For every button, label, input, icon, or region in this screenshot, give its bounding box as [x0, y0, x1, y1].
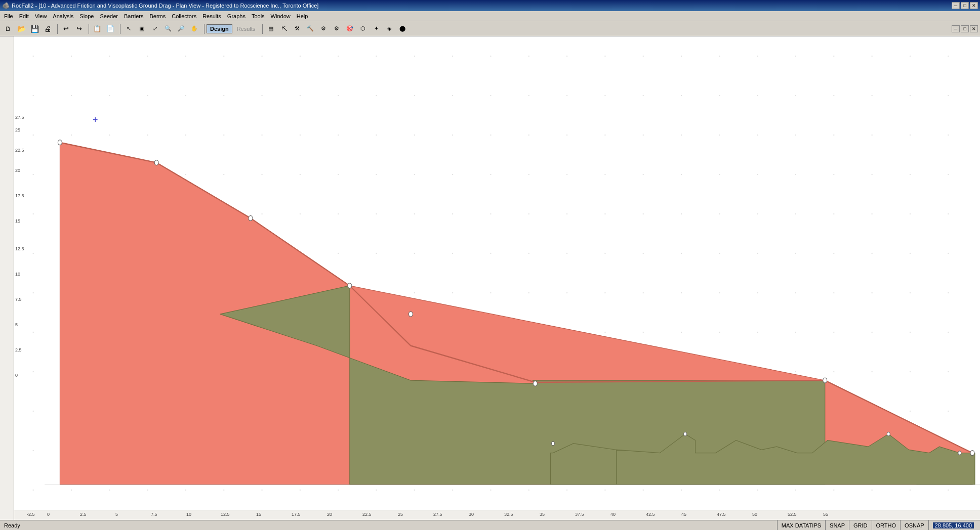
x-tick-20: 20	[327, 512, 332, 517]
sub-close[interactable]: ✕	[970, 25, 978, 32]
print-button[interactable]: 🖨	[42, 23, 54, 35]
x-tick-45: 45	[681, 512, 686, 517]
view-split-button[interactable]: ▣	[136, 23, 148, 35]
open-button[interactable]: 📂	[15, 23, 27, 35]
x-tick-10: 10	[186, 512, 191, 517]
new-button[interactable]: 🗋	[2, 23, 14, 35]
zoom-out-button[interactable]: 🔎	[175, 23, 187, 35]
y-tick-125: 12.5	[15, 246, 24, 251]
rock-tool-9[interactable]: ◈	[383, 23, 395, 35]
menu-item-file[interactable]: File	[1, 12, 16, 20]
rock-tool-5[interactable]: ⚙	[331, 23, 343, 35]
results-button[interactable]: Results	[233, 24, 259, 33]
rock-tool-6[interactable]: 🎯	[344, 23, 356, 35]
x-tick-475: 47.5	[717, 512, 726, 517]
x-tick-40: 40	[610, 512, 616, 517]
menu-item-graphs[interactable]: Graphs	[224, 12, 249, 20]
menu-item-slope[interactable]: Slope	[76, 12, 97, 20]
table-button[interactable]: ▤	[265, 23, 277, 35]
zoom-in-button[interactable]: 🔍	[162, 23, 174, 35]
status-ortho: ORTHO	[872, 520, 901, 530]
menu-item-tools[interactable]: Tools	[249, 12, 268, 20]
rock-tool-7[interactable]: ⬡	[357, 23, 369, 35]
x-tick-5: 5	[115, 512, 118, 517]
y-tick-25b: 2.5	[15, 347, 22, 352]
canvas-area[interactable]: +	[14, 36, 980, 510]
x-tick-minus25: -2.5	[27, 512, 35, 517]
title-bar-text: RocFall2 - [10 - Advanced Friction and V…	[12, 3, 318, 9]
title-bar-buttons: ─ □ ✕	[952, 2, 978, 9]
x-tick-25b: 25	[398, 512, 403, 517]
berm-point-4[interactable]	[958, 451, 961, 455]
minimize-button[interactable]: ─	[952, 2, 960, 9]
rock-tool-3[interactable]: 🔨	[304, 23, 316, 35]
control-point-4[interactable]	[348, 283, 352, 288]
redo-button[interactable]: ↪	[73, 23, 85, 35]
view-extents-button[interactable]: ⤢	[149, 23, 161, 35]
y-tick-75: 7.5	[15, 297, 22, 302]
y-tick-275: 27.5	[15, 115, 24, 120]
menu-item-view[interactable]: View	[32, 12, 50, 20]
sub-minimize[interactable]: ─	[952, 25, 960, 32]
rock-tool-10[interactable]: ⬤	[396, 23, 409, 35]
berm-point-3[interactable]	[887, 432, 890, 435]
x-tick-325: 32.5	[504, 512, 513, 517]
control-point-5[interactable]	[409, 312, 413, 317]
control-point-8[interactable]	[970, 451, 974, 456]
menu-item-help[interactable]: Help	[294, 12, 311, 20]
y-tick-20: 20	[15, 168, 20, 173]
y-tick-225: 22.5	[15, 148, 24, 153]
status-coordinates: 28.805, 16.400	[928, 520, 978, 530]
menu-item-seeder[interactable]: Seeder	[97, 12, 120, 20]
toolbar-sep-3	[118, 24, 120, 34]
x-tick-25: 2.5	[80, 512, 87, 517]
rock-tool-2[interactable]: ⚒	[291, 23, 303, 35]
paste-button[interactable]: 📄	[104, 23, 116, 35]
select-button[interactable]: ↖	[123, 23, 135, 35]
status-grid: GRID	[849, 520, 872, 530]
y-ruler	[0, 36, 14, 520]
undo-button[interactable]: ↩	[60, 23, 72, 35]
rock-tool-8[interactable]: ✦	[370, 23, 382, 35]
x-tick-55: 55	[823, 512, 828, 517]
y-tick-0: 0	[15, 373, 18, 378]
x-tick-15: 15	[256, 512, 261, 517]
control-point-6[interactable]	[533, 381, 537, 386]
menu-item-barriers[interactable]: Barriers	[121, 12, 147, 20]
sub-maximize[interactable]: □	[961, 25, 969, 32]
control-point-1[interactable]	[58, 140, 62, 145]
status-snap: SNAP	[825, 520, 849, 530]
save-button[interactable]: 💾	[28, 23, 40, 35]
x-tick-175: 17.5	[292, 512, 301, 517]
control-point-3[interactable]	[249, 215, 253, 220]
berm-point-2[interactable]	[684, 432, 687, 435]
close-button[interactable]: ✕	[970, 2, 978, 9]
rock-tool-1[interactable]: ⛏	[278, 23, 290, 35]
x-tick-30: 30	[469, 512, 474, 517]
menu-item-berms[interactable]: Berms	[146, 12, 169, 20]
x-tick-425: 42.5	[646, 512, 655, 517]
design-button[interactable]: Design	[207, 24, 232, 33]
app-icon: 🪨	[2, 2, 10, 9]
menu-item-analysis[interactable]: Analysis	[50, 12, 76, 20]
toolbar-sep-4	[202, 24, 205, 34]
x-tick-225: 22.5	[362, 512, 372, 517]
x-tick-35: 35	[540, 512, 545, 517]
control-point-7[interactable]	[823, 378, 827, 383]
maximize-button[interactable]: □	[961, 2, 969, 9]
y-tick-10: 10	[15, 272, 20, 277]
status-ready: Ready	[2, 522, 777, 528]
berm-point-1[interactable]	[551, 441, 554, 445]
menu-item-results[interactable]: Results	[199, 12, 224, 20]
copy-button[interactable]: 📋	[91, 23, 103, 35]
menu-item-edit[interactable]: Edit	[16, 12, 32, 20]
rock-tool-4[interactable]: ⚙	[317, 23, 330, 35]
menu-item-collectors[interactable]: Collectors	[169, 12, 199, 20]
x-tick-75: 7.5	[151, 512, 157, 517]
control-point-2[interactable]	[154, 160, 158, 165]
x-tick-375: 37.5	[575, 512, 584, 517]
menu-item-window[interactable]: Window	[268, 12, 294, 20]
title-bar: 🪨 RocFall2 - [10 - Advanced Friction and…	[0, 0, 980, 11]
toolbar-sep-2	[87, 24, 89, 34]
pan-button[interactable]: ✋	[188, 23, 200, 35]
